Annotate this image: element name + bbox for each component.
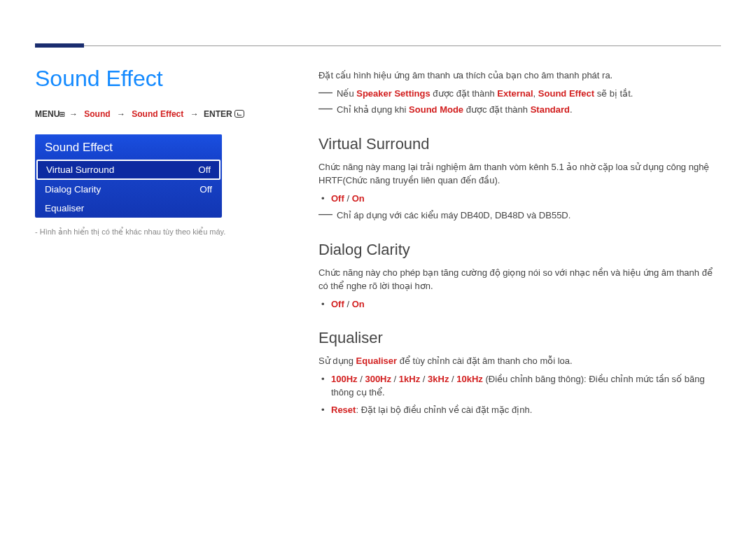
equaliser-bands: 100Hz / 300Hz / 1kHz / 3kHz / 10kHz (Điề…	[318, 372, 721, 400]
osd-row-dialog-clarity[interactable]: Dialog Clarity Off	[35, 180, 222, 199]
osd-row-label: Virtual Surround	[46, 164, 114, 175]
dialog-options: Off / On	[318, 297, 721, 311]
osd-panel: Sound Effect Virtual Surround Off Dialog…	[35, 134, 222, 218]
section-dialog-clarity: Dialog Clarity	[318, 241, 721, 259]
intro-text: Đặt cấu hình hiệu ứng âm thanh ưa thích …	[318, 69, 721, 83]
page-title: Sound Effect	[35, 66, 287, 92]
virtual-desc: Chức năng này mang lại trải nghiệm âm th…	[318, 160, 721, 188]
enter-icon	[234, 110, 244, 118]
breadcrumb-menu: MENU	[35, 109, 59, 119]
osd-row-value: Off	[200, 184, 212, 195]
dash-icon: ―	[318, 209, 332, 218]
section-virtual-surround: Virtual Surround	[318, 135, 721, 153]
virtual-options: Off / On	[318, 192, 721, 206]
osd-row-value: Off	[198, 164, 211, 175]
osd-header: Sound Effect	[35, 134, 222, 160]
equaliser-desc: Sử dụng Equaliser để tùy chỉnh cài đặt â…	[318, 354, 721, 368]
header-rule	[84, 45, 721, 46]
header-accent	[35, 43, 84, 48]
breadcrumb: MENU⊞ → Sound → Sound Effect → ENTER	[35, 109, 287, 119]
image-caption: - Hình ảnh hiển thị có thể khác nhau tùy…	[35, 227, 287, 237]
dash-icon: ―	[318, 87, 332, 97]
arrow-icon: →	[69, 109, 78, 119]
breadcrumb-sound: Sound	[84, 109, 110, 119]
note-text: Chỉ áp dụng với các kiểu máy DB40D, DB48…	[337, 209, 570, 223]
section-equaliser: Equaliser	[318, 329, 721, 347]
dialog-desc: Chức năng này cho phép bạn tăng cường độ…	[318, 266, 721, 293]
dash-icon: ―	[318, 103, 332, 113]
arrow-icon: →	[117, 109, 125, 119]
osd-row-label: Dialog Clarity	[45, 184, 101, 195]
osd-row-label: Equaliser	[45, 203, 84, 213]
note-text: Chỉ khả dụng khi Sound Mode được đặt thà…	[337, 103, 573, 117]
note-models: ― Chỉ áp dụng với các kiểu máy DB40D, DB…	[318, 209, 721, 223]
equaliser-reset: Reset: Đặt lại bộ điều chỉnh về cài đặt …	[318, 403, 721, 417]
menu-grid-icon: ⊞	[59, 109, 64, 119]
left-column: Sound Effect MENU⊞ → Sound → Sound Effec…	[35, 66, 287, 237]
osd-row-virtual-surround[interactable]: Virtual Surround Off	[36, 160, 220, 180]
note-speaker-settings: ― Nếu Speaker Settings được đặt thành Ex…	[318, 87, 721, 101]
breadcrumb-sound-effect: Sound Effect	[132, 109, 183, 119]
breadcrumb-enter: ENTER	[204, 109, 232, 119]
osd-row-equaliser[interactable]: Equaliser	[35, 199, 222, 218]
right-column: Đặt cấu hình hiệu ứng âm thanh ưa thích …	[318, 69, 721, 420]
note-text: Nếu Speaker Settings được đặt thành Exte…	[337, 87, 633, 101]
note-sound-mode: ― Chỉ khả dụng khi Sound Mode được đặt t…	[318, 103, 721, 117]
arrow-icon: →	[190, 109, 199, 119]
